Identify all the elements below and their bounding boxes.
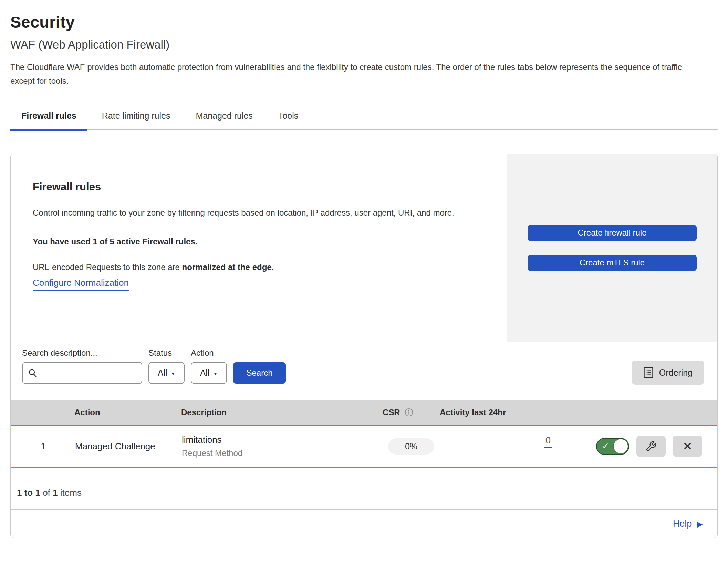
pagination-summary: 1 to 1 of 1 items: [11, 468, 717, 510]
rule-action: Managed Challenge: [75, 441, 182, 452]
tab-managed-rules[interactable]: Managed rules: [185, 106, 263, 131]
toggle-knob: [614, 439, 628, 453]
hero-description: Control incoming traffic to your zone by…: [33, 205, 480, 221]
rule-controls: ✓ ✕: [558, 436, 717, 457]
search-input-wrapper: [22, 362, 142, 384]
info-icon[interactable]: [404, 408, 414, 417]
normalization-note-bold: normalized at the edge.: [182, 262, 274, 272]
tab-firewall-rules[interactable]: Firewall rules: [10, 106, 87, 131]
chevron-down-icon: ▼: [213, 371, 218, 376]
column-activity: Activity last 24hr: [440, 408, 557, 417]
help-link-label: Help: [673, 519, 692, 529]
pagination-items: items: [60, 488, 82, 498]
ordering-button-label: Ordering: [659, 368, 693, 378]
rules-table-header: Action Description CSR Activity last 24h…: [11, 400, 717, 425]
pagination-of: of: [43, 488, 50, 498]
ordering-button[interactable]: Ordering: [632, 361, 704, 385]
rule-activity-cell: 0: [440, 436, 558, 457]
create-firewall-rule-button[interactable]: Create firewall rule: [528, 225, 697, 241]
normalization-note: URL-encoded Requests to this zone are no…: [33, 262, 485, 272]
column-description: Description: [181, 408, 383, 417]
rule-description-cell: limitations Request Method: [182, 435, 383, 458]
rule-csr-cell: 0%: [383, 438, 440, 455]
action-filter-label: Action: [191, 348, 227, 358]
ordering-list-icon: [643, 367, 654, 378]
rule-priority: 1: [11, 441, 75, 452]
column-csr-label: CSR: [383, 408, 400, 417]
column-action: Action: [74, 408, 181, 417]
rule-enabled-toggle[interactable]: ✓: [596, 438, 629, 455]
security-waf-page: Security WAF (Web Application Firewall) …: [0, 0, 728, 538]
hero-content: Firewall rules Control incoming traffic …: [11, 154, 507, 342]
create-mtls-rule-button[interactable]: Create mTLS rule: [528, 255, 697, 271]
filter-bar: Search description... Status All ▼: [11, 342, 717, 400]
search-icon: [28, 368, 38, 378]
status-select[interactable]: All ▼: [148, 362, 185, 384]
page-description: The Cloudflare WAF provides both automat…: [10, 60, 703, 88]
firewall-rules-hero: Firewall rules Control incoming traffic …: [11, 154, 717, 342]
status-select-value: All: [158, 368, 167, 378]
wrench-icon: [645, 441, 657, 452]
help-link[interactable]: Help ▶: [673, 519, 703, 529]
toggle-check-icon: ✓: [602, 441, 609, 451]
tab-rate-limiting-rules[interactable]: Rate limiting rules: [91, 106, 181, 131]
action-select[interactable]: All ▼: [191, 362, 227, 384]
hero-actions-panel: Create firewall rule Create mTLS rule: [507, 154, 717, 342]
rule-description-sub: Request Method: [182, 448, 383, 458]
tab-tools[interactable]: Tools: [267, 106, 309, 131]
rule-description: limitations: [182, 435, 383, 445]
activity-sparkline: [457, 448, 532, 448]
search-filter-label: Search description...: [22, 348, 142, 358]
help-bar: Help ▶: [11, 510, 717, 538]
search-button[interactable]: Search: [233, 362, 286, 384]
firewall-rules-card: Firewall rules Control incoming traffic …: [10, 154, 718, 538]
search-filter: Search description...: [22, 348, 142, 384]
action-select-value: All: [200, 368, 210, 378]
pagination-range: 1 to 1: [17, 488, 40, 498]
search-input[interactable]: [41, 363, 148, 383]
page-subtitle: WAF (Web Application Firewall): [10, 38, 718, 51]
pagination-total: 1: [53, 488, 58, 498]
column-csr: CSR: [383, 408, 440, 417]
delete-rule-button[interactable]: ✕: [673, 436, 702, 457]
status-filter: Status All ▼: [148, 348, 185, 384]
configure-normalization-link[interactable]: Configure Normalization: [33, 278, 129, 291]
chevron-down-icon: ▼: [170, 371, 175, 376]
activity-count-link[interactable]: 0: [544, 436, 552, 448]
status-filter-label: Status: [148, 348, 185, 358]
firewall-rule-row: 1 Managed Challenge limitations Request …: [10, 425, 718, 468]
waf-tab-bar: Firewall rules Rate limiting rules Manag…: [10, 106, 718, 130]
action-filter: Action All ▼: [191, 348, 227, 384]
help-arrow-icon: ▶: [697, 520, 703, 529]
csr-badge: 0%: [388, 438, 434, 455]
usage-summary: You have used 1 of 5 active Firewall rul…: [33, 237, 485, 247]
hero-heading: Firewall rules: [33, 181, 485, 193]
page-title: Security: [10, 12, 718, 31]
close-icon: ✕: [683, 439, 693, 453]
edit-rule-button[interactable]: [636, 436, 666, 457]
normalization-note-text: URL-encoded Requests to this zone are: [33, 262, 182, 272]
